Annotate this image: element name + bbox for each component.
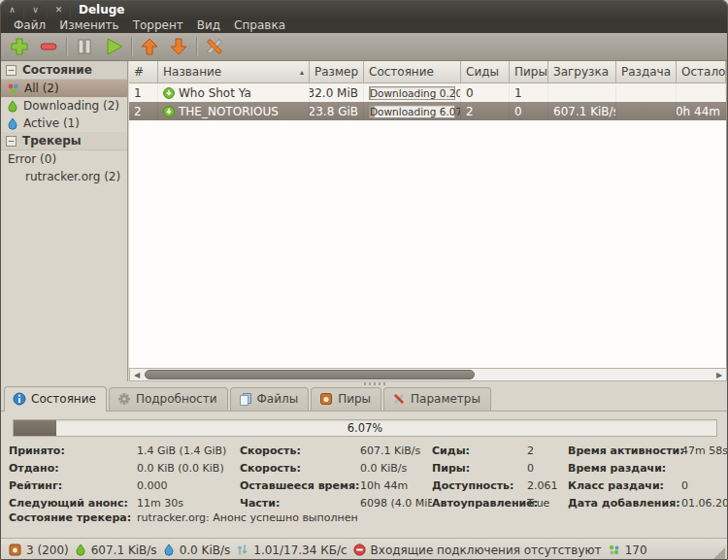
torrent-seeds: 2 — [461, 102, 510, 120]
statusbar-traffic[interactable]: 1.01/17.34 КБ/с — [236, 544, 347, 557]
statusbar-dht[interactable]: 170 — [608, 544, 647, 557]
menu-help[interactable]: Справка — [227, 18, 292, 33]
torrent-table: # Название▴ Размер Состояние Сиды Пиры З… — [129, 61, 727, 368]
tools-icon — [392, 392, 406, 406]
sidebar-item-downloading[interactable]: Downloading (2) — [1, 97, 127, 115]
sidebar-item-error[interactable]: Error (0) — [1, 150, 127, 168]
tab-label: Подробности — [136, 392, 217, 406]
tab-peers[interactable]: Пиры — [311, 387, 381, 411]
column-header-download[interactable]: Загрузка — [548, 61, 616, 83]
torrent-seeds: 0 — [461, 83, 510, 102]
field-label: Время активности: — [568, 445, 681, 457]
tab-options[interactable]: Параметры — [383, 387, 491, 411]
pause-torrent-button[interactable] — [70, 34, 99, 59]
table-header-row: # Название▴ Размер Состояние Сиды Пиры З… — [129, 61, 726, 83]
collapse-icon[interactable]: − — [6, 136, 17, 147]
maximize-button[interactable]: ∨ — [24, 1, 48, 18]
menu-view[interactable]: Вид — [190, 18, 227, 33]
field-value: 10h 44m — [360, 479, 432, 492]
torrent-size: 23.8 GiB — [310, 102, 364, 120]
resume-torrent-button[interactable] — [99, 34, 128, 59]
progress-label: Downloading 0.20% — [370, 87, 454, 99]
column-header-number[interactable]: # — [129, 61, 158, 83]
arrow-down-icon — [168, 36, 189, 57]
sidebar-item-rutracker[interactable]: rutracker.org (2) — [1, 168, 127, 185]
menu-edit[interactable]: Изменить — [52, 18, 126, 33]
horizontal-scrollbar[interactable]: ◀ ▶ — [129, 368, 727, 381]
sidebar-item-label: Downloading (2) — [23, 99, 119, 113]
arrow-up-icon — [139, 36, 160, 57]
sidebar-item-label: rutracker.org (2) — [25, 170, 120, 183]
toolbar-separator — [196, 37, 197, 56]
add-torrent-button[interactable] — [5, 34, 34, 59]
tab-files[interactable]: Файлы — [230, 387, 310, 411]
field-value: 0 — [527, 462, 568, 475]
sidebar-item-all[interactable]: All (2) — [1, 80, 127, 97]
torrent-peers: 0 — [510, 102, 548, 120]
statusbar-download-speed[interactable]: 607.1 KiB/s — [75, 544, 157, 557]
minimize-button[interactable]: ∧ — [1, 1, 24, 18]
remove-torrent-button[interactable] — [34, 34, 63, 59]
close-button[interactable]: ✕ — [48, 1, 71, 18]
peers-icon — [319, 392, 333, 406]
column-header-state[interactable]: Состояние — [364, 61, 461, 83]
add-icon — [9, 36, 30, 57]
field-label: Скорость: — [240, 462, 360, 475]
tab-label: Параметры — [411, 392, 480, 406]
torrent-state-cell: Downloading 0.20% — [364, 83, 461, 102]
column-header-peers[interactable]: Пиры — [510, 61, 548, 83]
column-header-upload[interactable]: Раздача — [616, 61, 677, 83]
statusbar-connections[interactable]: 3 (200) — [9, 544, 69, 557]
scrollbar-thumb[interactable] — [145, 370, 475, 379]
title-bar: ∧ ∨ ✕ Deluge — [1, 1, 727, 18]
connections-icon — [9, 544, 21, 556]
menu-file[interactable]: Файл — [7, 18, 52, 33]
scroll-left-icon[interactable]: ◀ — [130, 369, 144, 380]
field-value: 2.061 — [527, 479, 568, 492]
toolbar-separator — [131, 37, 132, 56]
queue-down-button[interactable] — [164, 34, 193, 59]
column-header-name[interactable]: Название▴ — [158, 61, 310, 83]
column-header-seeds[interactable]: Сиды — [461, 61, 510, 83]
tracker-status-row: Состояние трекера: rutracker.org: Анонс … — [9, 511, 358, 524]
tracker-status-value: rutracker.org: Анонс успешно выполнен — [137, 511, 358, 524]
tab-label: Пиры — [338, 392, 371, 406]
sidebar-group-label: Трекеры — [22, 134, 82, 148]
statusbar-upload-speed[interactable]: 0.0 KiB/s — [163, 544, 231, 557]
downloading-state-icon — [163, 106, 175, 117]
pause-icon — [74, 36, 95, 57]
info-icon — [13, 392, 26, 406]
torrent-peers: 1 — [510, 83, 548, 102]
preferences-button[interactable] — [200, 34, 229, 59]
progress-label: Downloading 6.07% — [370, 106, 454, 117]
column-header-size[interactable]: Размер — [310, 61, 364, 83]
scroll-right-icon[interactable]: ▶ — [712, 369, 726, 380]
status-fields-grid: Принято: 1.4 GiB (1.4 GiB) Скорость: 607… — [9, 442, 727, 511]
sidebar-item-active[interactable]: Active (1) — [1, 115, 127, 132]
downloading-state-icon — [163, 87, 175, 99]
window-title: Deluge — [79, 3, 124, 16]
column-header-eta[interactable]: Осталось — [677, 61, 726, 83]
torrent-name-cell: THE_NOTORIOUS — [158, 102, 310, 120]
statusbar-incoming-connections[interactable]: Входящие подключения отсутствуют — [353, 544, 602, 557]
sidebar-group-trackers[interactable]: − Трекеры — [1, 132, 127, 150]
tab-status[interactable]: Состояние — [4, 386, 107, 412]
collapse-icon[interactable]: − — [6, 65, 17, 76]
queue-up-button[interactable] — [135, 34, 164, 59]
table-row[interactable]: 1 Who Shot Ya 32.0 MiB Downloading 0.20%… — [129, 83, 726, 102]
table-row-selected[interactable]: 2 THE_NOTORIOUS 23.8 GiB Downloading 6.0… — [129, 102, 726, 120]
menu-torrent[interactable]: Торрент — [126, 18, 190, 33]
field-value: 1.4 GiB (1.4 GiB) — [137, 445, 240, 457]
field-value: 6098 (4.0 MiB) — [360, 497, 432, 510]
field-label: Сиды: — [432, 445, 527, 457]
all-torrents-icon — [7, 82, 19, 95]
field-label: Принято: — [9, 445, 137, 457]
tab-details[interactable]: Подробности — [109, 387, 228, 411]
field-value: True — [527, 497, 568, 510]
downloading-icon — [7, 100, 18, 113]
sidebar-group-state[interactable]: − Состояние — [1, 61, 127, 80]
field-value: 0 — [681, 479, 727, 492]
sidebar-item-label: Error (0) — [8, 152, 56, 166]
resize-grip[interactable] — [713, 547, 725, 559]
torrent-number: 1 — [129, 83, 158, 102]
